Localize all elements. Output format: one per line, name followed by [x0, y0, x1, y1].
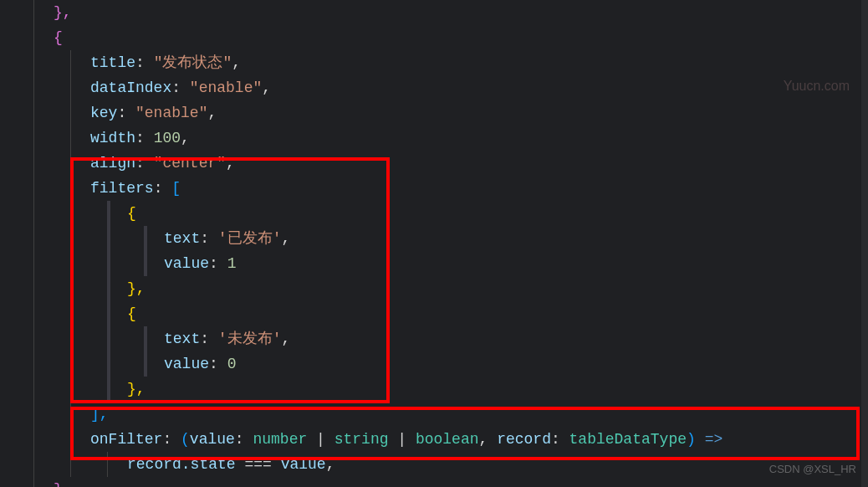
code-line[interactable]: }, [17, 0, 868, 25]
minimap[interactable] [861, 0, 868, 487]
brace-open: { [127, 205, 136, 222]
code-line[interactable]: value: 0 [17, 351, 868, 377]
prop-key: key [90, 105, 117, 121]
code-line[interactable]: }, [17, 377, 868, 402]
var-state: .state [181, 456, 236, 473]
code-line[interactable]: }, [17, 477, 868, 487]
code-line[interactable]: key: "enable", [17, 100, 868, 126]
brace-close: }, [127, 381, 146, 397]
type-string: string [334, 431, 389, 448]
brace-close: }, [127, 280, 146, 297]
prop-onfilter: onFilter [90, 431, 162, 448]
code-line[interactable]: { [17, 201, 868, 226]
bracket-open: [ [171, 180, 181, 197]
code-line[interactable]: dataIndex: "enable", [17, 75, 868, 100]
brace-close: }, [54, 481, 72, 487]
code-line[interactable]: width: 100, [17, 126, 868, 151]
bracket-close: ], [90, 406, 109, 423]
var-record: record [127, 456, 181, 473]
code-line[interactable]: filters: [ [17, 176, 868, 201]
prop-title: title [90, 54, 135, 71]
prop-value: value [164, 255, 209, 272]
prop-align: align [90, 155, 135, 172]
type-tabledatatype: tableDataType [569, 431, 687, 448]
val-align: "center" [154, 155, 226, 172]
prop-filters: filters [90, 180, 154, 197]
code-line[interactable]: text: '未发布', [17, 326, 868, 351]
val-value: 0 [227, 356, 237, 372]
type-number: number [253, 431, 307, 448]
code-line[interactable]: record.state === value, [17, 452, 868, 477]
val-width: 100 [154, 130, 181, 146]
code-editor[interactable]: }, { title: "发布状态", dataIndex: "enable",… [0, 0, 868, 487]
code-line[interactable]: { [17, 301, 868, 326]
prop-text: text [164, 230, 200, 247]
val-key: "enable" [135, 105, 207, 121]
val-title: "发布状态" [154, 54, 232, 71]
code-line[interactable]: ], [17, 402, 868, 427]
arrow: => [705, 431, 723, 448]
brace-open: { [127, 305, 136, 322]
brace-open: { [54, 29, 63, 46]
val-dataindex: "enable" [190, 79, 262, 96]
param-value: value [190, 431, 235, 448]
var-value: value [281, 456, 326, 473]
brace-close: }, [54, 4, 72, 21]
prop-value: value [164, 356, 209, 372]
code-line[interactable]: text: '已发布', [17, 226, 868, 251]
param-record: record [497, 431, 551, 448]
prop-dataindex: dataIndex [90, 79, 171, 96]
op-equals: === [244, 456, 271, 473]
code-line[interactable]: onFilter: (value: number | string | bool… [17, 427, 868, 452]
prop-text: text [164, 331, 200, 347]
val-value: 1 [227, 255, 237, 272]
code-line[interactable]: value: 1 [17, 251, 868, 276]
code-line[interactable]: align: "center", [17, 151, 868, 176]
val-text: '已发布' [218, 230, 282, 247]
prop-width: width [90, 130, 135, 146]
type-boolean: boolean [416, 431, 479, 448]
code-line[interactable]: { [17, 25, 868, 50]
code-line[interactable]: title: "发布状态", [17, 50, 868, 75]
code-line[interactable]: }, [17, 276, 868, 301]
val-text: '未发布' [218, 331, 282, 347]
